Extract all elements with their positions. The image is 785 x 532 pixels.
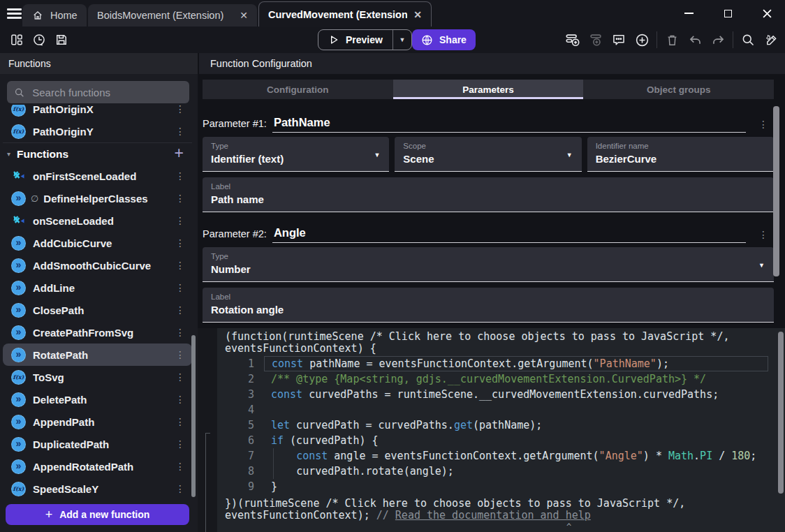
function-menu-icon[interactable]: ⋮ (171, 126, 189, 136)
function-item-appendrotatedpath[interactable]: »AppendRotatedPath⋮ (3, 455, 192, 478)
function-menu-icon[interactable]: ⋮ (171, 350, 189, 360)
delete-icon[interactable] (663, 31, 680, 48)
code-line-8[interactable]: 8 curvedPath.rotate(angle); (217, 464, 785, 479)
code-wrapper-footer[interactable]: })(runtimeScene /* Click here to choose … (217, 498, 785, 521)
add-event-icon[interactable] (564, 31, 581, 48)
tab-configuration[interactable]: Configuration (203, 80, 393, 99)
function-menu-icon[interactable]: ⋮ (171, 216, 189, 226)
preview-dropdown-icon[interactable]: ▼ (392, 30, 411, 50)
code-line-2[interactable]: 2/** @type {Map<string, gdjs.__curvedMov… (217, 371, 785, 387)
function-menu-icon[interactable]: ⋮ (171, 238, 189, 248)
function-item-addline[interactable]: »AddLine⋮ (3, 276, 192, 299)
field-value: BezierCurve (596, 153, 765, 165)
function-item-speedscaley[interactable]: f(x)SpeedScaleY⋮ (3, 478, 192, 500)
code-line-5[interactable]: 5let curvedPath = curvedPaths.get(pathNa… (217, 418, 785, 433)
code-line-7[interactable]: 7 const angle = eventsFunctionContext.ge… (217, 448, 785, 464)
magic-pen-icon[interactable] (763, 31, 779, 48)
function-item-closepath[interactable]: »ClosePath⋮ (3, 299, 192, 321)
function-item-onsceneloaded[interactable]: onSceneLoaded⋮ (3, 209, 192, 232)
tab-home[interactable]: Home (22, 4, 87, 27)
scope-select[interactable]: Scope Scene ▼ (395, 137, 581, 172)
close-window-icon[interactable] (758, 5, 775, 22)
field-value: Number (211, 263, 765, 275)
code-line-6[interactable]: 6if (curvedPath) { (217, 433, 785, 448)
parameters-scrollbar[interactable] (773, 106, 779, 276)
documentation-link[interactable]: Read the documentation and help (395, 509, 591, 522)
collapse-arrow-icon[interactable]: ▾ (7, 150, 10, 158)
search-box[interactable] (7, 81, 189, 103)
function-menu-icon[interactable]: ⋮ (171, 305, 189, 315)
close-tab-icon[interactable]: ✕ (413, 10, 422, 20)
function-item-pathoriginy[interactable]: f(x)PathOriginY⋮ (3, 120, 192, 142)
function-item-tosvg[interactable]: f(x)ToSvg⋮ (3, 366, 192, 388)
parameter-name-input[interactable] (272, 116, 746, 133)
label-field[interactable]: Label Path name (203, 177, 774, 212)
tab-boidsmovement[interactable]: BoidsMovement (Extension) ✕ (88, 4, 257, 27)
code-line-3[interactable]: 3const curvedPaths = runtimeScene.__curv… (217, 387, 785, 402)
sidebar-scrollbar[interactable] (191, 335, 196, 497)
function-item-addsmoothcubiccurve[interactable]: »AddSmoothCubicCurve⋮ (3, 254, 192, 276)
function-menu-icon[interactable]: ⋮ (171, 171, 189, 181)
save-icon[interactable] (53, 31, 70, 48)
function-menu-icon[interactable]: ⋮ (171, 105, 189, 114)
function-menu-icon[interactable]: ⋮ (171, 461, 189, 471)
function-menu-icon[interactable]: ⋮ (171, 394, 189, 404)
code-editor[interactable]: (function(runtimeScene /* Click here to … (217, 328, 785, 532)
tab-parameters[interactable]: Parameters (393, 80, 584, 99)
minimize-icon[interactable] (680, 5, 697, 22)
function-item-deletepath[interactable]: »DeletePath⋮ (3, 388, 192, 411)
parameter-menu-icon[interactable]: ⋮ (758, 229, 768, 240)
field-label: Type (211, 142, 381, 150)
close-tab-icon[interactable]: ✕ (240, 10, 248, 20)
tab-object-groups[interactable]: Object groups (583, 80, 774, 99)
function-item-createpathfromsvg[interactable]: »CreatePathFromSvg⋮ (3, 321, 192, 343)
function-item-onfirstsceneloaded[interactable]: onFirstSceneLoaded⋮ (3, 165, 192, 187)
preview-button[interactable]: Preview ▼ (318, 29, 412, 50)
function-menu-icon[interactable]: ⋮ (171, 283, 189, 293)
share-button[interactable]: Share (412, 29, 476, 50)
code-wrapper-header[interactable]: (function(runtimeScene /* Click here to … (217, 328, 785, 354)
code-line-4[interactable]: 4 (217, 402, 785, 418)
function-item-appendpath[interactable]: »AppendPath⋮ (3, 411, 192, 433)
code-line-1[interactable]: 1const pathName = eventsFunctionContext.… (217, 356, 785, 371)
function-item-rotatepath[interactable]: »RotatePath⋮ (3, 343, 192, 366)
parameter-name-input[interactable] (272, 226, 746, 243)
chevron-down-icon: ▼ (758, 262, 765, 269)
project-manager-icon[interactable] (8, 31, 25, 48)
function-menu-icon[interactable]: ⋮ (171, 439, 189, 449)
code-line-9[interactable]: 9} (217, 479, 785, 494)
add-function-icon[interactable]: + (175, 145, 188, 163)
code-scrollbar[interactable] (778, 332, 784, 494)
parameter-menu-icon[interactable]: ⋮ (758, 119, 768, 130)
function-menu-icon[interactable]: ⋮ (171, 417, 189, 427)
redo-icon[interactable] (710, 31, 726, 48)
maximize-icon[interactable] (719, 5, 736, 22)
tab-curvedmovement[interactable]: CurvedMovement (Extension) ✕ (258, 1, 432, 27)
identifier-name-field[interactable]: Identifier name BezierCurve (587, 137, 774, 172)
choose-event-icon[interactable] (633, 31, 650, 48)
function-item-definehelperclasses[interactable]: »∅DefineHelperClasses⋮ (3, 187, 192, 209)
function-item-pathoriginx[interactable]: f(x)PathOriginX⋮ (3, 105, 192, 120)
function-menu-icon[interactable]: ⋮ (171, 327, 189, 337)
label-field[interactable]: Label Rotation angle (203, 288, 774, 323)
field-label: Label (211, 293, 765, 301)
collapse-editor-icon[interactable]: ^ (566, 523, 571, 531)
code-text: /** @type {Map<string, gdjs.__curvedMove… (264, 371, 768, 387)
type-select[interactable]: Type Number ▼ (203, 247, 774, 282)
function-item-addcubiccurve[interactable]: »AddCubicCurve⋮ (3, 232, 192, 254)
function-menu-icon[interactable]: ⋮ (171, 484, 189, 494)
main-menu-icon[interactable] (7, 8, 22, 21)
version-history-icon[interactable] (31, 31, 47, 48)
function-menu-icon[interactable]: ⋮ (171, 193, 189, 203)
search-icon[interactable] (740, 31, 756, 48)
add-subevent-icon[interactable] (587, 31, 604, 48)
type-select[interactable]: Type Identifier (text) ▼ (203, 137, 389, 172)
undo-icon[interactable] (687, 31, 703, 48)
code-text: const angle = eventsFunctionContext.getA… (264, 448, 768, 464)
function-item-duplicatedpath[interactable]: »DuplicatedPath⋮ (3, 433, 192, 455)
search-functions-input[interactable] (31, 86, 182, 99)
add-comment-icon[interactable] (610, 31, 627, 48)
function-menu-icon[interactable]: ⋮ (171, 260, 189, 270)
function-menu-icon[interactable]: ⋮ (171, 372, 189, 382)
add-new-function-button[interactable]: + Add a new function (6, 504, 189, 525)
